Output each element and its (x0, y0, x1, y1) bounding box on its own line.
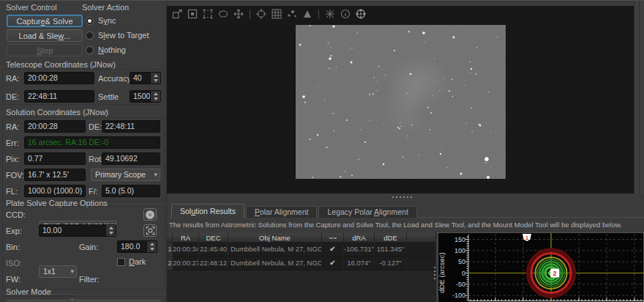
row-2-ra[interactable]: 20:00:27 (173, 257, 199, 270)
grid-icon[interactable] (271, 8, 282, 20)
plot-point-2-marker: 2 (550, 269, 559, 278)
col-dra[interactable]: dRA (344, 233, 375, 243)
solution-err-label: Err: (6, 139, 19, 147)
accuracy-spin-arrows[interactable] (150, 73, 160, 84)
radio-slew-label: Slew to Target (98, 31, 149, 40)
exposure-spin-arrows[interactable] (105, 225, 116, 236)
gain-label: Gain: (79, 243, 98, 251)
row-1-spare (407, 243, 436, 257)
fits-viewer (167, 6, 634, 194)
stop-button[interactable]: Stop (7, 44, 83, 56)
gain-spin-arrows[interactable] (146, 241, 157, 252)
alignment-target-plot: 1 2 150 100 50 0 -50 -100 dDE (arcsec) (438, 232, 644, 302)
row-1-number[interactable]: 1 (167, 243, 173, 257)
toolbar-separator (250, 10, 250, 19)
svg-text:-100: -100 (452, 292, 465, 299)
left-panel: Solver Control Solver Action Capture & S… (0, 1, 167, 302)
full-frame-button[interactable] (143, 224, 157, 237)
radio-nothing-circle[interactable] (86, 46, 94, 54)
ekos-align-window: Solver Control Solver Action Capture & S… (0, 0, 644, 302)
tab-polar-alignment[interactable]: Polar Alignment (246, 206, 318, 218)
col-dde[interactable]: dDE (375, 233, 407, 243)
col-sync-state[interactable]: ~~ (322, 233, 344, 243)
table-empty-area (167, 270, 436, 302)
solver-mode-title: Solver Mode (6, 287, 51, 296)
solution-fov-label: FOV: (6, 171, 24, 180)
settle-value[interactable]: 1500 (130, 91, 150, 102)
ellipse-icon[interactable] (217, 8, 229, 20)
zoom-out-icon[interactable] (171, 8, 183, 20)
crosshair-icon[interactable] (255, 8, 267, 20)
fits-toolbar (171, 8, 367, 20)
gain-spinbox[interactable]: 180.0 (117, 240, 157, 253)
settle-spinbox[interactable]: 1500 (130, 90, 161, 103)
telescope-de-input[interactable]: 22:48:11 (24, 90, 94, 103)
exposure-label: Exp: (6, 226, 22, 235)
row-1-dra[interactable]: -106.731" (344, 243, 375, 257)
load-slew-button[interactable]: Load & Slew... (7, 29, 83, 42)
pan-icon[interactable] (233, 8, 244, 20)
full-frame-icon (146, 226, 155, 235)
vertical-splitter-handle[interactable] (434, 267, 435, 268)
solver-action-title: Solver Action (82, 3, 129, 12)
accuracy-value[interactable]: 40 (130, 73, 150, 84)
selection-icon[interactable] (202, 8, 214, 20)
radio-sync[interactable]: Sync (86, 16, 116, 25)
target-icon[interactable] (355, 8, 367, 20)
col-ra[interactable]: RA (173, 233, 199, 243)
gain-value[interactable]: 180.0 (118, 241, 146, 252)
radio-sync-circle[interactable] (86, 17, 94, 25)
stars-icon[interactable] (286, 8, 298, 20)
row-1-ra[interactable]: 20:00:34 (173, 243, 199, 257)
row-1-dec[interactable]: 22:45:40 (199, 243, 228, 257)
solution-err-field: 16 arcsec. RA:16 DE:-0 (24, 136, 160, 149)
toolbar-separator (318, 10, 319, 19)
solution-fratio-field: 5.0 (5.0) (102, 185, 160, 197)
row-2-dec[interactable]: 22:48:12 (199, 257, 228, 270)
exposure-value[interactable]: 10.00 (40, 225, 105, 236)
tab-legacy-polar-alignment[interactable]: Legacy Polar Alignment (318, 206, 416, 218)
svg-text:50: 50 (458, 258, 465, 265)
row-2-dra[interactable]: 16.074" (344, 257, 375, 270)
solution-results-table: RA DEC Obj Name ~~ dRA dDE 1 20:00:34 22… (167, 233, 436, 302)
bin-label: Bin: (6, 243, 20, 251)
star-field-svg (296, 25, 506, 179)
mark-stars-icon[interactable] (324, 8, 336, 20)
solution-fl-label: FL: (6, 187, 18, 196)
radio-sync-label: Sync (98, 16, 116, 25)
solution-rot-field: 49.10692 (102, 152, 160, 165)
iso-label: ISO: (6, 259, 22, 268)
row-2-obj[interactable]: Dumbbell Nebula, M 27, NGC 6853 (228, 257, 322, 270)
bin-select[interactable]: 1x1 (39, 265, 77, 278)
settle-spin-arrows[interactable] (150, 91, 160, 102)
viewer-scrollbar[interactable] (634, 1, 644, 194)
scope-select[interactable]: Primary Scope (91, 169, 160, 181)
zoom-fit-icon[interactable] (187, 8, 198, 20)
fits-preview-button[interactable] (143, 208, 157, 221)
capture-solve-button[interactable]: Capture & Solve (7, 15, 83, 27)
eye-icon (144, 209, 156, 221)
dark-checkbox-row[interactable]: Dark (117, 257, 146, 266)
tab-solution-results[interactable]: Solution Results (171, 204, 244, 218)
info-icon[interactable] (340, 8, 351, 20)
row-1-obj[interactable]: Dumbbell Nebula, M 27, NGC 6853 (228, 243, 322, 257)
radio-slew-to-target[interactable]: Slew to Target (86, 31, 149, 40)
dark-checkbox[interactable] (117, 258, 125, 266)
radio-nothing[interactable]: Nothing (86, 45, 126, 54)
row-2-dde[interactable]: -0.127" (375, 257, 407, 270)
row-1-sync-check-icon[interactable]: ✔ (322, 243, 344, 257)
histogram-icon[interactable] (302, 8, 313, 20)
col-obj-name[interactable]: Obj Name (228, 233, 322, 243)
horizontal-splitter-handle[interactable] (392, 196, 394, 198)
row-2-sync-check-icon[interactable]: ✔ (322, 257, 344, 270)
exposure-spinbox[interactable]: 10.00 (39, 224, 116, 237)
row-1-dde[interactable]: 151.345" (375, 243, 407, 257)
col-dec[interactable]: DEC (199, 233, 228, 243)
col-gutter (167, 233, 173, 243)
star-field-image[interactable] (296, 25, 506, 179)
radio-slew-circle[interactable] (86, 32, 94, 40)
accuracy-spinbox[interactable]: 40 (130, 72, 161, 84)
results-description: The results from Astrometric Solutions f… (169, 221, 641, 229)
telescope-ra-input[interactable]: 20:00:28 (24, 72, 94, 84)
row-2-number[interactable]: 2 (167, 257, 173, 270)
